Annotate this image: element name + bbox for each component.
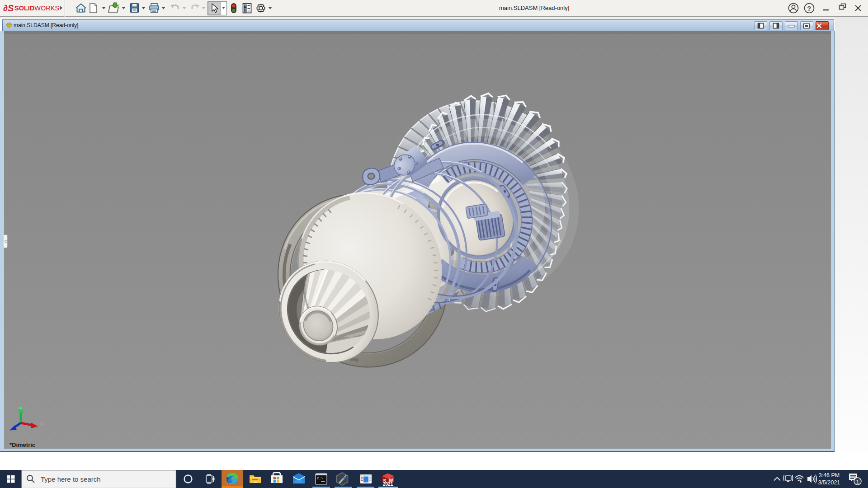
svg-text:x: x <box>41 421 43 426</box>
svg-text:3/5/2021: 3/5/2021 <box>818 479 840 486</box>
svg-text:SOLIDWORKS: SOLIDWORKS <box>14 5 59 12</box>
svg-text:∂S: ∂S <box>3 3 14 13</box>
svg-text:2021: 2021 <box>383 482 393 487</box>
svg-text:3:46 PM: 3:46 PM <box>819 472 840 479</box>
svg-text:?: ? <box>807 5 811 12</box>
svg-text:C:\: C:\ <box>317 476 324 480</box>
svg-text:Type here to search: Type here to search <box>41 475 101 483</box>
svg-text:1: 1 <box>856 479 859 484</box>
